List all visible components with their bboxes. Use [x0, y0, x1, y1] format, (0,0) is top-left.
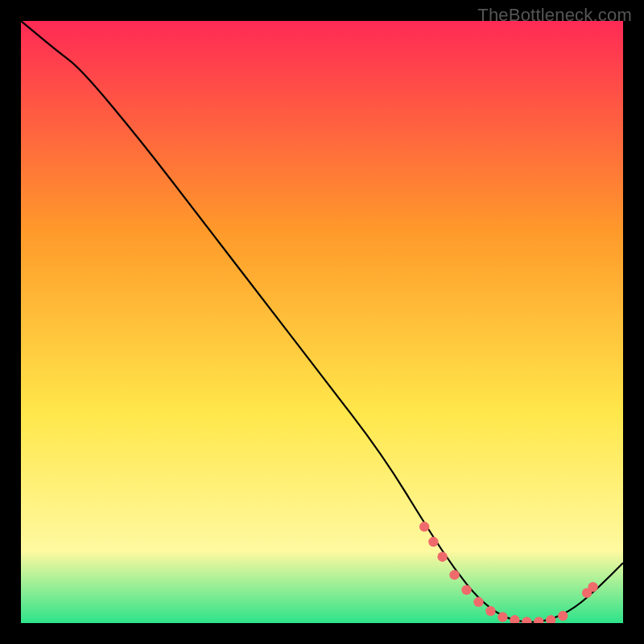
- data-marker: [588, 582, 597, 592]
- plot-area: [21, 21, 623, 623]
- chart-frame: TheBottleneck.com: [0, 0, 644, 644]
- data-marker: [461, 585, 471, 595]
- data-marker: [497, 612, 507, 621]
- data-marker: [437, 552, 447, 562]
- chart-svg: [21, 21, 623, 623]
- data-marker: [558, 611, 568, 621]
- gradient-background: [21, 21, 623, 623]
- data-marker: [473, 597, 483, 607]
- data-marker: [428, 537, 438, 547]
- data-marker: [485, 606, 495, 616]
- data-marker: [419, 522, 429, 531]
- data-marker: [449, 570, 459, 580]
